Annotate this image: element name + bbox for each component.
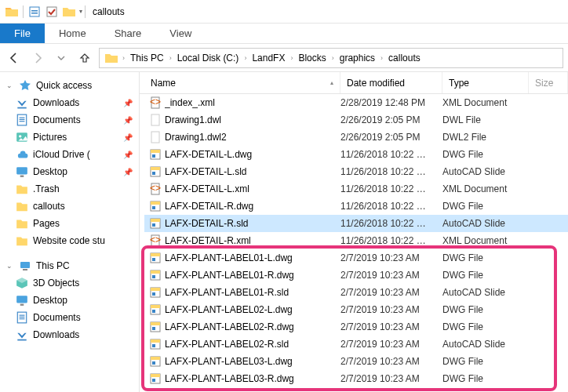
sidebar-item-label: Desktop [33,166,67,177]
svg-rect-1 [31,10,38,12]
svg-rect-36 [152,206,155,209]
chevron-right-icon[interactable]: › [289,54,293,62]
crumb[interactable]: callouts [385,53,424,64]
crumb[interactable]: Blocks [295,53,329,64]
file-name: LAFX-PLANT-LABEL02-R.dwg [165,321,340,332]
sidebar-item[interactable]: Documents [0,309,139,326]
sidebar-item-label: Documents [33,114,81,125]
file-name: LAFX-PLANT-LABEL02-L.dwg [165,304,340,315]
file-row[interactable]: Drawing1.dwl2/26/2019 2:05 PMDWL File [144,111,568,129]
sidebar-item[interactable]: 3D Objects [0,274,139,292]
file-row[interactable]: <>LAFX-DETAIL-R.xml11/26/2018 10:22 …XML… [144,232,568,249]
file-type: DWG File [442,252,537,263]
qa-dropdown-icon[interactable]: ▾ [79,8,82,15]
chevron-right-icon[interactable]: › [380,54,384,62]
file-date: 11/26/2018 10:22 … [340,201,442,212]
col-name[interactable]: Name▴ [144,72,340,93]
qa-properties-icon[interactable] [28,5,41,18]
forward-button[interactable] [28,49,47,67]
svg-rect-64 [151,374,160,377]
svg-rect-53 [152,310,155,313]
svg-rect-28 [152,154,155,158]
sidebar-item[interactable]: Website code stu [0,232,139,249]
sidebar-item[interactable]: Documents📌 [0,111,139,129]
svg-rect-65 [152,379,155,382]
sidebar-quick-access[interactable]: ⌄ Quick access [0,77,139,94]
collapse-icon[interactable]: ⌄ [5,262,14,270]
file-row[interactable]: <>LAFX-DETAIL-L.xml11/26/2018 10:22 …XML… [144,180,568,198]
file-row[interactable]: LAFX-PLANT-LABEL01-R.dwg2/7/2019 10:23 A… [144,267,568,284]
sidebar-label: Quick access [36,80,92,91]
qa-folder-icon[interactable] [63,5,75,18]
file-row[interactable]: LAFX-DETAIL-L.dwg11/26/2018 10:22 …DWG F… [144,146,568,163]
address-bar[interactable]: › This PC› Local Disk (C:)› LandFX› Bloc… [99,48,563,68]
file-row[interactable]: LAFX-DETAIL-R.dwg11/26/2018 10:22 …DWG F… [144,198,568,215]
chevron-right-icon[interactable]: › [169,54,173,62]
file-icon [149,200,162,212]
sidebar-item[interactable]: .Trash [0,180,139,198]
qa-check-icon[interactable] [46,5,58,18]
file-name: LAFX-PLANT-LABEL02-R.sld [165,339,340,350]
file-icon [149,148,162,161]
file-type: XML Document [442,183,537,194]
sidebar-item[interactable]: iCloud Drive (📌 [0,146,139,163]
file-name: LAFX-DETAIL-R.sld [165,218,340,229]
file-icon [149,269,162,281]
file-row[interactable]: LAFX-PLANT-LABEL03-R.dwg2/7/2019 10:23 A… [144,370,568,387]
file-row[interactable]: LAFX-PLANT-LABEL02-R.sld2/7/2019 10:23 A… [144,336,568,353]
svg-rect-16 [20,304,24,306]
collapse-icon[interactable]: ⌄ [5,82,14,89]
svg-rect-2 [31,13,38,14]
col-type[interactable]: Type [442,72,529,93]
tab-home[interactable]: Home [45,24,100,43]
file-type: DWL File [442,114,537,125]
crumb[interactable]: Local Disk (C:) [174,53,242,64]
file-type: DWG File [442,321,537,332]
sidebar-item-label: Downloads [33,97,79,108]
file-row[interactable]: <>_index_.xml2/28/2019 12:48 PMXML Docum… [144,94,568,111]
file-row[interactable]: LAFX-PLANT-LABEL01-L.dwg2/7/2019 10:23 A… [144,249,568,267]
pin-icon: 📌 [123,151,133,159]
file-name: LAFX-PLANT-LABEL01-L.dwg [165,252,340,263]
pc-icon [19,260,31,272]
file-row[interactable]: LAFX-PLANT-LABEL02-L.dwg2/7/2019 10:23 A… [144,301,568,318]
sidebar-label: This PC [36,260,70,271]
chevron-right-icon[interactable]: › [243,54,247,62]
file-row[interactable]: LAFX-DETAIL-L.sld11/26/2018 10:22 …AutoC… [144,163,568,180]
addr-folder-icon [105,52,118,64]
svg-rect-44 [152,258,155,261]
chevron-right-icon[interactable]: › [331,54,335,62]
file-row[interactable]: LAFX-DETAIL-R.sld11/26/2018 10:22 …AutoC… [144,215,568,232]
sidebar-item[interactable]: Desktop📌 [0,163,139,180]
sidebar-this-pc[interactable]: ⌄ This PC [0,257,139,274]
svg-rect-50 [152,292,155,296]
file-icon [149,252,162,264]
file-row[interactable]: Drawing1.dwl22/26/2019 2:05 PMDWL2 File [144,129,568,146]
sidebar-item[interactable]: callouts [0,198,139,215]
sidebar-item[interactable]: Pages [0,215,139,232]
chevron-right-icon[interactable]: › [122,54,126,62]
col-date[interactable]: Date modified [340,72,442,93]
back-button[interactable] [5,49,24,67]
tab-view[interactable]: View [155,24,206,43]
recent-dropdown[interactable] [52,49,71,67]
file-date: 11/26/2018 10:22 … [340,235,442,246]
up-button[interactable] [75,49,94,67]
folder-icon [16,183,28,195]
col-size[interactable]: Size [529,72,568,93]
cloud-icon [16,148,28,161]
download-icon [16,96,28,109]
sidebar-item[interactable]: Desktop [0,292,139,309]
file-row[interactable]: LAFX-PLANT-LABEL02-R.dwg2/7/2019 10:23 A… [144,318,568,336]
file-row[interactable]: LAFX-PLANT-LABEL03-L.dwg2/7/2019 10:23 A… [144,353,568,370]
sidebar-item[interactable]: Downloads📌 [0,94,139,111]
tab-share[interactable]: Share [100,24,156,43]
crumb[interactable]: graphics [337,53,378,64]
crumb[interactable]: This PC [127,53,167,64]
crumb[interactable]: LandFX [249,53,288,64]
sidebar-item[interactable]: Pictures📌 [0,129,139,146]
file-tab[interactable]: File [0,24,45,43]
file-type: AutoCAD Slide [442,218,537,229]
sidebar-item[interactable]: Downloads [0,326,139,343]
file-row[interactable]: LAFX-PLANT-LABEL01-R.sld2/7/2019 10:23 A… [144,284,568,301]
